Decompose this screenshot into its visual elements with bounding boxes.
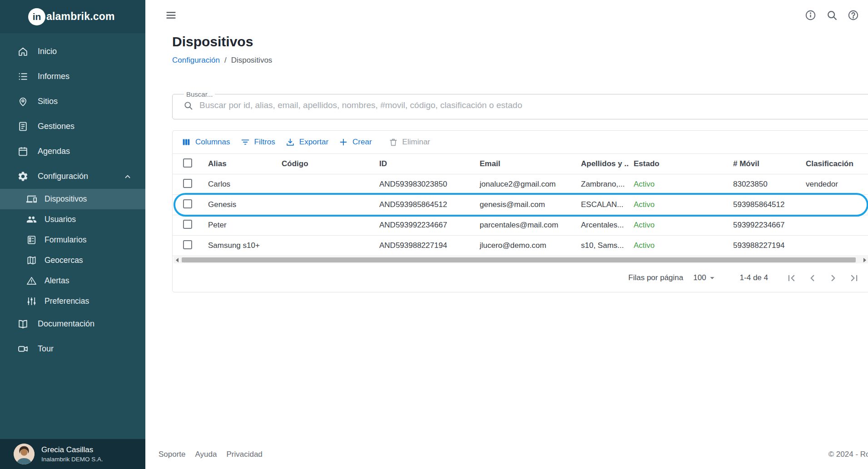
cell-movil: 593988227194 — [729, 236, 801, 256]
filter-icon — [240, 137, 250, 147]
sidebar-item-dispositivos[interactable]: Dispositivos — [0, 189, 145, 209]
columnas-button[interactable]: Columnas — [176, 134, 235, 150]
search-icon — [826, 9, 838, 21]
sidebar-item-alertas[interactable]: Alertas — [0, 271, 145, 291]
topbar — [145, 0, 868, 30]
sidebar-item-documentacion[interactable]: Documentación — [0, 311, 145, 336]
sidebar-item-gestiones[interactable]: Gestiones — [0, 114, 145, 139]
download-icon — [285, 137, 295, 147]
cell-clasificacion: vendedor — [801, 174, 868, 195]
menu-toggle-button[interactable] — [165, 9, 177, 21]
first-page-button[interactable] — [785, 272, 798, 284]
cell-estado: Activo — [629, 195, 729, 215]
sidebar-item-label: Inicio — [38, 47, 57, 56]
sidebar-item-informes[interactable]: Informes — [0, 64, 145, 89]
search-input[interactable] — [199, 100, 862, 110]
search-button[interactable] — [826, 9, 838, 21]
brand-logo-text: alambrik.com — [46, 10, 115, 23]
document-icon — [17, 121, 29, 132]
cell-alias: Genesis — [203, 195, 277, 215]
user-company: Inalambrik DEMO S.A. — [41, 456, 103, 463]
cell-checkbox — [173, 174, 203, 195]
sidebar-item-agendas[interactable]: Agendas — [0, 139, 145, 164]
sidebar-item-label: Gestiones — [38, 122, 74, 131]
breadcrumb-separator: / — [224, 56, 227, 65]
prev-page-button[interactable] — [806, 272, 818, 284]
info-button[interactable] — [804, 9, 817, 21]
scroll-left-arrow[interactable] — [174, 257, 181, 263]
next-page-button[interactable] — [827, 272, 839, 284]
pagination: Filas por página 100 1-4 de 4 — [173, 264, 868, 292]
select-all-checkbox[interactable] — [183, 158, 192, 168]
cell-alias: Carlos — [203, 174, 277, 195]
devices-table: AliasCódigoIDEmailApellidos y ...Estado#… — [173, 153, 868, 256]
column-header[interactable]: Apellidos y ... — [576, 154, 629, 174]
sidebar-item-label: Geocercas — [45, 256, 83, 265]
breadcrumb-link-configuracion[interactable]: Configuración — [172, 56, 220, 65]
column-header[interactable]: # Móvil — [729, 154, 801, 174]
cell-estado: Activo — [629, 215, 729, 236]
horizontal-scrollbar[interactable] — [174, 257, 868, 263]
sidebar-item-formularios[interactable]: Formularios — [0, 230, 145, 250]
cell-clasificacion — [801, 215, 868, 236]
columns-icon — [181, 137, 191, 147]
table-row[interactable]: CarlosAND593983023850jonaluce2@gmail.com… — [173, 174, 868, 195]
cell-apellidos: s10, Sams... — [576, 236, 629, 256]
footer-link-ayuda[interactable]: Ayuda — [195, 450, 217, 459]
cell-checkbox — [173, 215, 203, 236]
scroll-right-arrow[interactable] — [861, 257, 868, 263]
footer-link-privacidad[interactable]: Privacidad — [226, 450, 262, 459]
column-header[interactable]: Email — [475, 154, 576, 174]
sidebar-item-sitios[interactable]: Sitios — [0, 89, 145, 114]
user-area[interactable]: Grecia Casillas Inalambrik DEMO S.A. — [0, 439, 145, 469]
column-header[interactable]: ID — [375, 154, 475, 174]
column-header[interactable]: Clasificación — [801, 154, 868, 174]
sidebar-item-geocercas[interactable]: Geocercas — [0, 250, 145, 271]
sidebar-item-configuracion[interactable]: Configuración — [0, 164, 145, 189]
table-row[interactable]: GenesisAND593985864512genesis@mail.comES… — [173, 195, 868, 215]
sidebar-item-tour[interactable]: Tour — [0, 336, 145, 361]
column-header[interactable]: Estado — [629, 154, 729, 174]
pager — [785, 272, 860, 284]
trash-icon — [388, 137, 398, 147]
menu-icon — [165, 9, 177, 21]
video-icon — [17, 343, 29, 355]
column-header[interactable]: Alias — [203, 154, 277, 174]
exportar-button[interactable]: Exportar — [280, 134, 333, 150]
last-page-button[interactable] — [848, 272, 860, 284]
cell-apellidos: ESCALAN... — [576, 195, 629, 215]
gear-icon — [17, 171, 29, 182]
footer-link-soporte[interactable]: Soporte — [159, 450, 186, 459]
cell-id: AND593992234667 — [375, 215, 475, 236]
scrollbar-thumb[interactable] — [182, 257, 856, 262]
table-wrap: AliasCódigoIDEmailApellidos y ...Estado#… — [173, 153, 868, 256]
table-row[interactable]: PeterAND593992234667parcentales@mail.com… — [173, 215, 868, 236]
footer: SoporteAyudaPrivacidad © 2024 - Routik — [145, 440, 868, 469]
map-icon — [26, 255, 37, 266]
rows-per-page-select[interactable]: 100 — [693, 273, 717, 283]
brand-logo: in alambrik.com — [0, 0, 145, 33]
row-checkbox[interactable] — [183, 179, 192, 188]
book-icon — [17, 318, 29, 330]
pagination-range: 1-4 de 4 — [740, 273, 768, 282]
table-row[interactable]: Samsung s10+AND593988227194jlucero@demo.… — [173, 236, 868, 256]
cell-clasificacion — [801, 236, 868, 256]
calendar-icon — [17, 146, 29, 157]
row-checkbox[interactable] — [183, 240, 192, 249]
row-checkbox[interactable] — [183, 220, 192, 229]
sidebar-item-preferencias[interactable]: Preferencias — [0, 291, 145, 311]
rows-per-page-value: 100 — [693, 273, 706, 282]
column-header[interactable]: Código — [277, 154, 375, 174]
row-checkbox[interactable] — [183, 199, 192, 208]
sidebar-item-usuarios[interactable]: Usuarios — [0, 209, 145, 230]
help-button[interactable] — [847, 9, 859, 21]
list-icon — [17, 71, 29, 82]
cell-clasificacion — [801, 195, 868, 215]
cell-checkbox — [173, 195, 203, 215]
footer-links: SoporteAyudaPrivacidad — [159, 450, 263, 459]
cell-alias: Samsung s10+ — [203, 236, 277, 256]
filtros-button[interactable]: Filtros — [235, 134, 280, 150]
crear-button[interactable]: Crear — [333, 134, 377, 150]
sidebar-item-inicio[interactable]: Inicio — [0, 39, 145, 64]
eliminar-button: Eliminar — [383, 134, 435, 150]
